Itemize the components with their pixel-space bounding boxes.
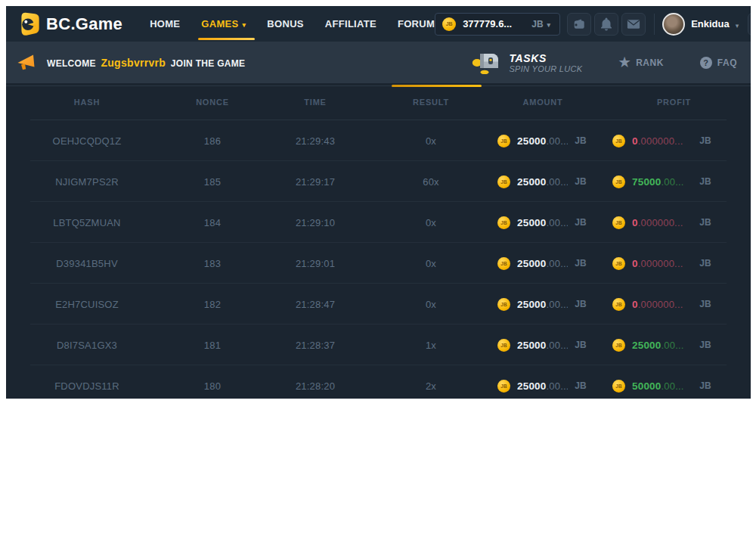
- table-body: OEHJCQDQ1Z 186 21:29:43 0x JB 25000.00..…: [6, 120, 751, 399]
- nav-games-label: GAMES: [201, 18, 238, 29]
- cell-time: 21:28:20: [257, 380, 373, 392]
- cell-profit: JB 0.000000... JB: [597, 257, 751, 270]
- column-time: TIME: [257, 98, 373, 107]
- logo-text: BC.Game: [46, 14, 122, 34]
- cell-amount: JB 25000.00... JB: [488, 298, 597, 311]
- tasks-subtitle: SPIN YOUR LUCK: [509, 64, 582, 73]
- cell-profit: JB 0.000000... JB: [597, 298, 751, 311]
- question-icon: [700, 57, 712, 69]
- cell-hash: NJIGM7PS2R: [6, 176, 168, 188]
- nav-games[interactable]: GAMES: [201, 6, 246, 42]
- cell-nonce: 183: [168, 258, 257, 269]
- table-row[interactable]: D8I7SA1GX3 181 21:28:37 1x JB 25000.00..…: [6, 324, 751, 365]
- profit-value: 0.000000...: [632, 299, 692, 310]
- cell-result: 0x: [373, 135, 488, 147]
- amount-unit: JB: [575, 258, 587, 269]
- nav-affiliate-label: AFFILIATE: [325, 18, 376, 29]
- table-row[interactable]: E2H7CUISOZ 182 21:28:47 0x JB 25000.00..…: [6, 284, 751, 324]
- tasks-title: TASKS: [509, 52, 582, 64]
- cell-amount: JB 25000.00... JB: [488, 257, 597, 270]
- tasks-widget[interactable]: TASKS SPIN YOUR LUCK: [472, 51, 582, 74]
- cell-result: 2x: [373, 380, 488, 392]
- jb-coin-icon: JB: [442, 17, 456, 31]
- table-row[interactable]: LBTQ5ZMUAN 184 21:29:10 0x JB 25000.00..…: [6, 202, 751, 243]
- profit-value: 0.000000...: [632, 135, 692, 147]
- nav-forum-label: FORUM: [398, 18, 435, 29]
- username: Enkidua: [691, 18, 730, 29]
- currency-label: JB: [531, 19, 543, 29]
- cell-amount: JB 25000.00... JB: [488, 135, 597, 147]
- tasks-text: TASKS SPIN YOUR LUCK: [509, 52, 582, 73]
- balance-value: 377779.6...: [463, 18, 512, 29]
- top-navbar: BC.Game HOME GAMES BONUS AFFILIATE FORUM…: [6, 6, 751, 42]
- chevron-down-icon: [243, 18, 246, 29]
- table-row[interactable]: FDOVDJS11R 180 21:28:20 2x JB 25000.00..…: [6, 365, 751, 399]
- mail-icon: [627, 18, 640, 30]
- column-nonce: NONCE: [168, 98, 257, 107]
- column-result: RESULT: [373, 98, 488, 107]
- cell-hash: FDOVDJS11R: [6, 380, 168, 392]
- nav-home[interactable]: HOME: [150, 6, 180, 42]
- avatar: [662, 13, 685, 36]
- profit-unit: JB: [699, 258, 711, 269]
- amount-value: 25000.00...: [517, 217, 568, 228]
- logo[interactable]: BC.Game: [17, 11, 122, 36]
- jb-coin-icon: JB: [497, 175, 510, 188]
- wallet-button[interactable]: [567, 13, 591, 36]
- welcome-message: WELCOME Zugsbvrrvrb JOIN THE GAME: [47, 57, 245, 69]
- active-tab-underline: [198, 38, 255, 40]
- jb-coin-icon: JB: [497, 298, 510, 311]
- currency-dropdown: JB: [531, 19, 550, 29]
- jb-coin-icon: JB: [612, 298, 625, 311]
- profit-value: 0.000000...: [632, 258, 692, 269]
- profit-value: 50000.00...: [632, 380, 692, 392]
- amount-value: 25000.00...: [517, 135, 568, 147]
- profit-unit: JB: [699, 217, 711, 228]
- nav-affiliate[interactable]: AFFILIATE: [325, 6, 376, 42]
- table-row[interactable]: OEHJCQDQ1Z 186 21:29:43 0x JB 25000.00..…: [6, 120, 751, 161]
- cell-profit: JB 0.000000... JB: [597, 135, 751, 147]
- profit-unit: JB: [699, 176, 711, 187]
- bcgame-logo-icon: [17, 11, 41, 36]
- user-menu[interactable]: Enkidua: [662, 13, 739, 36]
- bets-table: HASH NONCE TIME RESULT AMOUNT PROFIT OEH…: [6, 83, 751, 399]
- table-row[interactable]: D39341B5HV 183 21:29:01 0x JB 25000.00..…: [6, 243, 751, 284]
- profit-unit: JB: [699, 340, 711, 350]
- notifications-button[interactable]: [594, 13, 618, 36]
- nav-forum[interactable]: FORUM: [398, 6, 435, 42]
- cell-time: 21:29:10: [257, 217, 373, 228]
- amount-value: 25000.00...: [517, 299, 568, 310]
- treasure-chest-icon: [472, 51, 502, 74]
- cell-result: 60x: [373, 176, 488, 188]
- jb-coin-icon: JB: [497, 380, 510, 393]
- balance-selector[interactable]: JB 377779.6... JB: [435, 13, 560, 36]
- cell-nonce: 184: [168, 217, 257, 228]
- cell-profit: JB 0.000000... JB: [597, 216, 751, 229]
- bell-icon: [600, 17, 612, 31]
- table-row[interactable]: NJIGM7PS2R 185 21:29:17 60x JB 25000.00.…: [6, 161, 751, 202]
- nav-bonus[interactable]: BONUS: [267, 6, 303, 42]
- profit-unit: JB: [699, 380, 711, 391]
- balance-display: JB 377779.6...: [442, 17, 512, 31]
- jb-coin-icon: JB: [612, 257, 625, 270]
- cell-amount: JB 25000.00... JB: [488, 339, 597, 352]
- cell-hash: E2H7CUISOZ: [6, 299, 168, 310]
- messages-button[interactable]: [621, 13, 646, 36]
- main-menu: HOME GAMES BONUS AFFILIATE FORUM: [150, 6, 435, 42]
- amount-unit: JB: [575, 176, 587, 187]
- cell-amount: JB 25000.00... JB: [488, 175, 597, 188]
- amount-unit: JB: [575, 380, 587, 391]
- cell-profit: JB 75000.00... JB: [597, 175, 751, 188]
- profit-unit: JB: [699, 299, 711, 309]
- cell-nonce: 182: [168, 299, 257, 310]
- jb-coin-icon: JB: [612, 216, 625, 229]
- chat-toggle-button[interactable]: [748, 13, 751, 36]
- jb-coin-icon: JB: [612, 380, 625, 393]
- jb-coin-icon: JB: [612, 339, 625, 352]
- rank-link[interactable]: RANK: [618, 56, 663, 69]
- banner-right: TASKS SPIN YOUR LUCK RANK FAQ: [472, 51, 737, 74]
- chevron-down-icon: [736, 17, 739, 31]
- faq-link[interactable]: FAQ: [700, 57, 737, 69]
- cell-amount: JB 25000.00... JB: [488, 216, 597, 229]
- faq-label: FAQ: [717, 57, 737, 68]
